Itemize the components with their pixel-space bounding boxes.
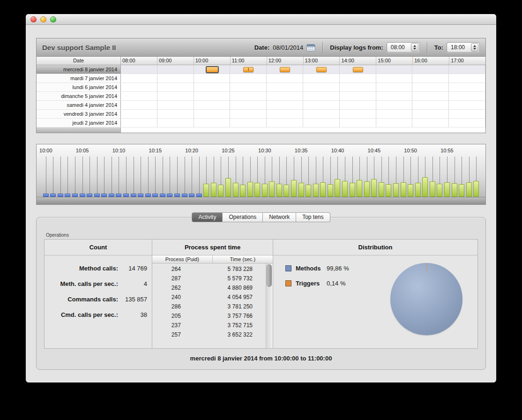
timeline-bar[interactable]: [43, 194, 49, 197]
timeline-bar[interactable]: [94, 194, 100, 197]
timeline-bar[interactable]: [291, 180, 297, 197]
timeline-bar[interactable]: [269, 181, 275, 197]
date-row[interactable]: vendredi 3 janvier 2014: [37, 110, 485, 119]
close-button[interactable]: [30, 16, 37, 22]
process-column-header-puid[interactable]: Process (Puid): [152, 255, 213, 263]
tab-operations[interactable]: Operations: [223, 212, 263, 222]
timeline-bar[interactable]: [262, 184, 268, 197]
stepper-down-icon[interactable]: [473, 48, 476, 50]
date-row[interactable]: dimanche 5 janvier 2014: [37, 92, 485, 101]
timeline-bar[interactable]: [276, 184, 282, 197]
process-row[interactable]: 2404 054 957: [152, 292, 266, 302]
tab-activity[interactable]: Activity: [192, 212, 223, 222]
date-row[interactable]: mardi 7 janvier 2014: [37, 74, 485, 83]
timeline-bar[interactable]: [254, 183, 260, 197]
calendar-icon[interactable]: [306, 44, 315, 52]
stepper-up-icon[interactable]: [473, 45, 476, 47]
scrollbar-thumb[interactable]: [267, 264, 272, 287]
timeline-bar[interactable]: [401, 182, 406, 197]
timeline-bar[interactable]: [408, 184, 413, 197]
log-marker[interactable]: [353, 67, 363, 72]
tab-top-tens[interactable]: Top tens: [296, 212, 330, 222]
minimize-button[interactable]: [40, 16, 46, 22]
process-row[interactable]: 2875 579 732: [152, 274, 266, 283]
titlebar[interactable]: [26, 14, 496, 25]
timeline-bar[interactable]: [283, 185, 289, 197]
process-row[interactable]: 2624 880 869: [152, 283, 266, 292]
timeline-bar[interactable]: [422, 177, 428, 197]
timeline-bar[interactable]: [189, 194, 194, 197]
timeline-bar[interactable]: [182, 194, 187, 197]
timeline-bar[interactable]: [109, 194, 114, 197]
timeline-bar[interactable]: [211, 183, 216, 197]
process-scrollbar-track[interactable]: [266, 263, 273, 348]
date-row[interactable]: mercredi 8 janvier 2014!: [37, 65, 485, 74]
timeline-bar[interactable]: [335, 179, 340, 197]
timeline-bar[interactable]: [145, 194, 151, 197]
log-marker[interactable]: [280, 67, 290, 72]
process-row[interactable]: 2573 652 322: [152, 330, 266, 339]
timeline-bar[interactable]: [174, 194, 180, 197]
timeline-bar[interactable]: [430, 181, 435, 197]
timeline-bar[interactable]: [473, 181, 479, 197]
timeline-bar[interactable]: [131, 194, 136, 197]
timeline-bar[interactable]: [364, 181, 370, 197]
timeline-bar[interactable]: [152, 194, 158, 197]
stepper-up-icon[interactable]: [413, 45, 416, 47]
timeline-bar[interactable]: [342, 181, 348, 197]
timeline-bar[interactable]: [72, 194, 78, 197]
timeline-bar[interactable]: [225, 178, 231, 197]
timeline-bar[interactable]: [437, 184, 442, 197]
timeline-bar[interactable]: [65, 194, 70, 197]
log-marker[interactable]: !: [243, 67, 254, 72]
timeline-bar[interactable]: [116, 194, 121, 197]
process-row[interactable]: 2645 783 228: [152, 264, 266, 274]
timeline-bar[interactable]: [379, 182, 384, 197]
date-row[interactable]: samedi 4 janvier 2014: [37, 101, 485, 110]
tab-network[interactable]: Network: [263, 212, 296, 222]
timeline-bar[interactable]: [386, 184, 391, 197]
timeline-bar[interactable]: [328, 184, 333, 197]
timeline-bar[interactable]: [393, 183, 399, 197]
process-row[interactable]: 2373 752 715: [152, 321, 266, 330]
to-time-select[interactable]: 18:00: [447, 42, 480, 52]
timeline-bar[interactable]: [123, 194, 129, 197]
timeline-bar[interactable]: [313, 184, 319, 197]
timeline-bar[interactable]: [306, 185, 311, 197]
zoom-button[interactable]: [50, 16, 56, 22]
to-time-stepper[interactable]: [471, 43, 478, 52]
timeline-bar[interactable]: [167, 194, 172, 197]
timeline-bar[interactable]: [196, 194, 202, 197]
timeline-bar[interactable]: [87, 194, 92, 197]
timeline-bar[interactable]: [138, 194, 143, 197]
log-marker[interactable]: [316, 67, 327, 72]
timeline-bar[interactable]: [452, 183, 457, 197]
timeline-bar[interactable]: [58, 194, 63, 197]
stepper-down-icon[interactable]: [413, 48, 416, 50]
from-time-select[interactable]: 08:00: [387, 42, 420, 52]
timeline-bar[interactable]: [203, 184, 209, 197]
date-row[interactable]: jeudi 2 janvier 2014: [37, 119, 485, 128]
timeline-bar[interactable]: [233, 183, 239, 197]
timeline-bar[interactable]: [240, 185, 246, 197]
timeline-bar[interactable]: [415, 183, 421, 197]
timeline-bar[interactable]: [298, 183, 304, 197]
process-column-header-time[interactable]: Time (sec.): [213, 255, 273, 263]
timeline-bar[interactable]: [50, 194, 56, 197]
from-time-stepper[interactable]: [411, 43, 418, 52]
timeline-bar[interactable]: [371, 179, 377, 197]
timeline-bar[interactable]: [466, 182, 472, 197]
timeline-bar[interactable]: [218, 185, 224, 197]
timeline-bar[interactable]: [80, 194, 85, 197]
timeline-bar[interactable]: [320, 182, 326, 197]
log-marker[interactable]: [206, 66, 219, 73]
timeline-bar[interactable]: [101, 194, 107, 197]
timeline-bar[interactable]: [247, 182, 253, 197]
timeline-bar[interactable]: [350, 183, 355, 197]
timeline-bar[interactable]: [357, 180, 362, 197]
timeline-bar[interactable]: [444, 182, 450, 197]
timeline-bar[interactable]: [160, 194, 165, 197]
process-row[interactable]: 2863 781 250: [152, 302, 266, 311]
date-row[interactable]: lundi 6 janvier 2014: [37, 83, 485, 92]
process-row[interactable]: 2053 757 766: [152, 311, 266, 321]
